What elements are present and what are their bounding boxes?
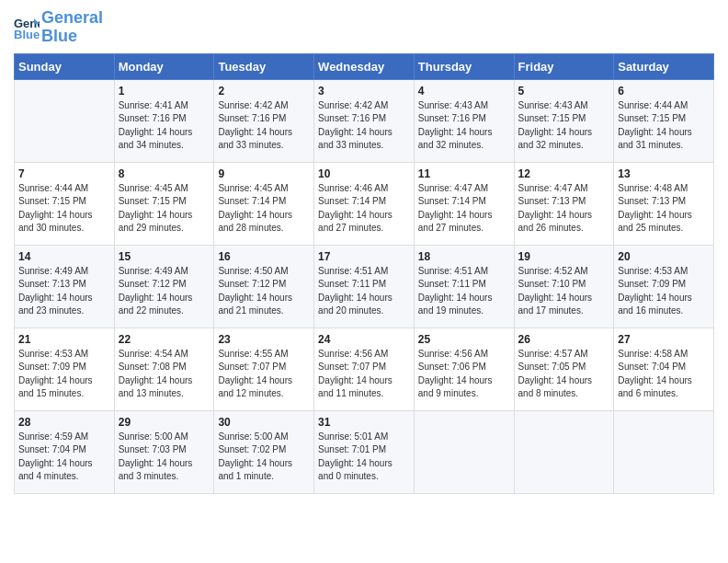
- calendar-cell: 21Sunrise: 4:53 AM Sunset: 7:09 PM Dayli…: [15, 327, 115, 410]
- day-number: 23: [218, 333, 310, 346]
- day-number: 6: [618, 85, 710, 98]
- calendar-cell: 2Sunrise: 4:42 AM Sunset: 7:16 PM Daylig…: [214, 79, 314, 162]
- calendar-cell: 31Sunrise: 5:01 AM Sunset: 7:01 PM Dayli…: [314, 410, 415, 493]
- calendar-week-0: 1Sunrise: 4:41 AM Sunset: 7:16 PM Daylig…: [15, 79, 714, 162]
- day-info: Sunrise: 4:42 AM Sunset: 7:16 PM Dayligh…: [218, 99, 310, 153]
- day-info: Sunrise: 4:53 AM Sunset: 7:09 PM Dayligh…: [618, 265, 710, 318]
- day-number: 19: [518, 250, 610, 263]
- day-info: Sunrise: 4:46 AM Sunset: 7:14 PM Dayligh…: [318, 182, 410, 236]
- day-number: 4: [418, 85, 510, 98]
- calendar-cell: 25Sunrise: 4:56 AM Sunset: 7:06 PM Dayli…: [414, 327, 514, 410]
- calendar-cell: 14Sunrise: 4:49 AM Sunset: 7:13 PM Dayli…: [15, 245, 115, 327]
- day-number: 22: [119, 333, 210, 346]
- calendar-cell: 26Sunrise: 4:57 AM Sunset: 7:05 PM Dayli…: [514, 327, 614, 410]
- weekday-header-thursday: Thursday: [414, 53, 514, 79]
- day-info: Sunrise: 4:50 AM Sunset: 7:12 PM Dayligh…: [218, 265, 310, 318]
- calendar-cell: 20Sunrise: 4:53 AM Sunset: 7:09 PM Dayli…: [614, 245, 714, 327]
- page: General Blue General Blue SundayMondayTu…: [0, 0, 728, 508]
- day-number: 7: [18, 167, 110, 180]
- day-number: 27: [618, 333, 710, 346]
- day-info: Sunrise: 4:49 AM Sunset: 7:12 PM Dayligh…: [119, 265, 210, 318]
- day-info: Sunrise: 5:00 AM Sunset: 7:03 PM Dayligh…: [119, 431, 210, 484]
- calendar-cell: 28Sunrise: 4:59 AM Sunset: 7:04 PM Dayli…: [15, 410, 115, 493]
- day-number: 29: [119, 416, 210, 429]
- day-info: Sunrise: 4:49 AM Sunset: 7:13 PM Dayligh…: [18, 265, 110, 318]
- calendar-cell: 5Sunrise: 4:43 AM Sunset: 7:15 PM Daylig…: [514, 79, 614, 162]
- day-info: Sunrise: 4:51 AM Sunset: 7:11 PM Dayligh…: [418, 265, 510, 318]
- calendar-cell: 1Sunrise: 4:41 AM Sunset: 7:16 PM Daylig…: [114, 79, 214, 162]
- weekday-header-friday: Friday: [514, 53, 614, 79]
- calendar-cell: [514, 410, 614, 493]
- day-number: 8: [119, 167, 210, 180]
- day-info: Sunrise: 4:42 AM Sunset: 7:16 PM Dayligh…: [318, 99, 410, 153]
- day-number: 1: [119, 85, 210, 98]
- day-info: Sunrise: 4:55 AM Sunset: 7:07 PM Dayligh…: [218, 348, 310, 401]
- calendar-cell: 27Sunrise: 4:58 AM Sunset: 7:04 PM Dayli…: [614, 327, 714, 410]
- day-info: Sunrise: 4:59 AM Sunset: 7:04 PM Dayligh…: [18, 431, 110, 484]
- day-number: 11: [418, 167, 510, 180]
- calendar-cell: 30Sunrise: 5:00 AM Sunset: 7:02 PM Dayli…: [214, 410, 314, 493]
- day-info: Sunrise: 4:56 AM Sunset: 7:06 PM Dayligh…: [418, 348, 510, 401]
- day-info: Sunrise: 4:45 AM Sunset: 7:15 PM Dayligh…: [119, 182, 210, 236]
- weekday-header-tuesday: Tuesday: [214, 53, 314, 79]
- logo-icon: General Blue: [14, 15, 40, 40]
- weekday-header-saturday: Saturday: [614, 53, 714, 79]
- logo-text: General Blue: [41, 9, 103, 46]
- calendar-cell: 10Sunrise: 4:46 AM Sunset: 7:14 PM Dayli…: [314, 162, 415, 245]
- calendar-cell: [614, 410, 714, 493]
- day-number: 31: [318, 416, 410, 429]
- calendar-cell: 13Sunrise: 4:48 AM Sunset: 7:13 PM Dayli…: [614, 162, 714, 245]
- day-number: 25: [418, 333, 510, 346]
- day-info: Sunrise: 4:51 AM Sunset: 7:11 PM Dayligh…: [318, 265, 410, 318]
- day-number: 15: [119, 250, 210, 263]
- day-number: 30: [218, 416, 310, 429]
- day-info: Sunrise: 4:54 AM Sunset: 7:08 PM Dayligh…: [119, 348, 210, 401]
- day-number: 24: [318, 333, 410, 346]
- day-number: 9: [218, 167, 310, 180]
- calendar-week-1: 7Sunrise: 4:44 AM Sunset: 7:15 PM Daylig…: [15, 162, 714, 245]
- logo-blue: Blue: [41, 27, 77, 45]
- day-number: 10: [318, 167, 410, 180]
- day-info: Sunrise: 4:43 AM Sunset: 7:15 PM Dayligh…: [518, 99, 610, 153]
- day-number: 3: [318, 85, 410, 98]
- day-info: Sunrise: 5:00 AM Sunset: 7:02 PM Dayligh…: [218, 431, 310, 484]
- day-info: Sunrise: 4:47 AM Sunset: 7:14 PM Dayligh…: [418, 182, 510, 236]
- calendar-cell: 7Sunrise: 4:44 AM Sunset: 7:15 PM Daylig…: [15, 162, 115, 245]
- day-info: Sunrise: 5:01 AM Sunset: 7:01 PM Dayligh…: [318, 431, 410, 484]
- day-info: Sunrise: 4:44 AM Sunset: 7:15 PM Dayligh…: [618, 99, 710, 153]
- day-info: Sunrise: 4:53 AM Sunset: 7:09 PM Dayligh…: [18, 348, 110, 401]
- calendar-cell: [414, 410, 514, 493]
- calendar-cell: 29Sunrise: 5:00 AM Sunset: 7:03 PM Dayli…: [114, 410, 214, 493]
- day-info: Sunrise: 4:47 AM Sunset: 7:13 PM Dayligh…: [518, 182, 610, 236]
- weekday-header-wednesday: Wednesday: [314, 53, 415, 79]
- calendar-week-2: 14Sunrise: 4:49 AM Sunset: 7:13 PM Dayli…: [15, 245, 714, 327]
- calendar-cell: 23Sunrise: 4:55 AM Sunset: 7:07 PM Dayli…: [214, 327, 314, 410]
- calendar-week-4: 28Sunrise: 4:59 AM Sunset: 7:04 PM Dayli…: [15, 410, 714, 493]
- calendar-cell: 17Sunrise: 4:51 AM Sunset: 7:11 PM Dayli…: [314, 245, 415, 327]
- calendar-cell: [15, 79, 115, 162]
- weekday-header-sunday: Sunday: [15, 53, 115, 79]
- day-number: 2: [218, 85, 310, 98]
- weekday-row: SundayMondayTuesdayWednesdayThursdayFrid…: [15, 53, 714, 79]
- calendar-cell: 19Sunrise: 4:52 AM Sunset: 7:10 PM Dayli…: [514, 245, 614, 327]
- day-number: 20: [618, 250, 710, 263]
- day-info: Sunrise: 4:57 AM Sunset: 7:05 PM Dayligh…: [518, 348, 610, 401]
- calendar-cell: 3Sunrise: 4:42 AM Sunset: 7:16 PM Daylig…: [314, 79, 415, 162]
- calendar-header: SundayMondayTuesdayWednesdayThursdayFrid…: [15, 53, 714, 79]
- calendar-cell: 24Sunrise: 4:56 AM Sunset: 7:07 PM Dayli…: [314, 327, 415, 410]
- day-number: 18: [418, 250, 510, 263]
- day-number: 26: [518, 333, 610, 346]
- day-number: 28: [18, 416, 110, 429]
- calendar-cell: 11Sunrise: 4:47 AM Sunset: 7:14 PM Dayli…: [414, 162, 514, 245]
- calendar-cell: 6Sunrise: 4:44 AM Sunset: 7:15 PM Daylig…: [614, 79, 714, 162]
- day-info: Sunrise: 4:41 AM Sunset: 7:16 PM Dayligh…: [119, 99, 210, 153]
- calendar-cell: 8Sunrise: 4:45 AM Sunset: 7:15 PM Daylig…: [114, 162, 214, 245]
- day-info: Sunrise: 4:58 AM Sunset: 7:04 PM Dayligh…: [618, 348, 710, 401]
- calendar-cell: 4Sunrise: 4:43 AM Sunset: 7:16 PM Daylig…: [414, 79, 514, 162]
- calendar-cell: 16Sunrise: 4:50 AM Sunset: 7:12 PM Dayli…: [214, 245, 314, 327]
- day-info: Sunrise: 4:52 AM Sunset: 7:10 PM Dayligh…: [518, 265, 610, 318]
- calendar-week-3: 21Sunrise: 4:53 AM Sunset: 7:09 PM Dayli…: [15, 327, 714, 410]
- header: General Blue General Blue: [14, 9, 714, 46]
- day-number: 13: [618, 167, 710, 180]
- day-number: 21: [18, 333, 110, 346]
